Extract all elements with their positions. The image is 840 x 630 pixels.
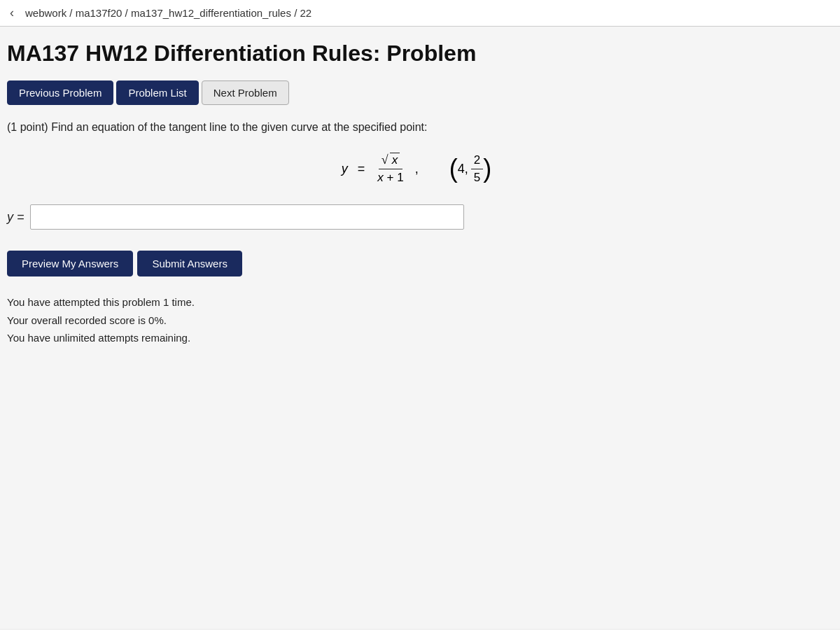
point-x-value: 4, [458, 162, 468, 176]
equation-fraction: √x x + 1 [374, 153, 406, 185]
equation-y-label: y [342, 162, 348, 176]
point-fraction: 2 5 [471, 153, 483, 185]
equation-container: y = √x x + 1 , [342, 153, 421, 185]
next-problem-button[interactable]: Next Problem [202, 80, 289, 105]
status-line-3: You have unlimited attempts remaining. [7, 329, 826, 347]
fraction-numerator: √x [379, 153, 402, 169]
point-inner: 4, 2 5 [458, 153, 483, 185]
sqrt-content: x [390, 153, 400, 167]
equation-comma: , [415, 162, 419, 176]
action-buttons: Preview My Answers Submit Answers [7, 251, 826, 276]
answer-row: y = [7, 204, 826, 230]
open-paren: ( [449, 156, 458, 181]
previous-problem-button[interactable]: Previous Problem [7, 80, 113, 105]
problem-list-button[interactable]: Problem List [116, 80, 198, 105]
problem-text: Find an equation of the tangent line to … [51, 121, 427, 133]
problem-points: (1 point) [7, 121, 48, 133]
nav-buttons: Previous Problem Problem List Next Probl… [7, 80, 826, 105]
answer-y-label: y = [7, 210, 24, 225]
problem-statement: (1 point) Find an equation of the tangen… [7, 119, 826, 136]
status-section: You have attempted this problem 1 time. … [7, 293, 826, 347]
point-notation: ( 4, 2 5 ) [449, 153, 491, 185]
math-equation-display: y = √x x + 1 , ( 4, 2 5 [7, 153, 826, 185]
status-line-2: Your overall recorded score is 0%. [7, 312, 826, 330]
preview-answers-button[interactable]: Preview My Answers [7, 251, 133, 276]
sqrt-symbol: √x [382, 153, 400, 167]
point-fraction-num: 2 [471, 153, 483, 169]
submit-answers-button[interactable]: Submit Answers [137, 251, 242, 276]
point-fraction-den: 5 [471, 169, 483, 185]
main-content: MA137 HW12 Differentiation Rules: Proble… [0, 27, 840, 629]
top-bar: ‹ webwork / ma137f20 / ma137_hw12_differ… [0, 0, 840, 27]
fraction-denominator: x + 1 [374, 169, 406, 185]
close-paren: ) [483, 156, 491, 181]
breadcrumb: webwork / ma137f20 / ma137_hw12_differen… [25, 7, 312, 19]
status-line-1: You have attempted this problem 1 time. [7, 293, 826, 312]
page-title: MA137 HW12 Differentiation Rules: Proble… [7, 41, 826, 66]
back-arrow-icon[interactable]: ‹ [10, 6, 14, 20]
answer-input[interactable] [30, 204, 464, 230]
equation-equals: = [358, 162, 365, 176]
